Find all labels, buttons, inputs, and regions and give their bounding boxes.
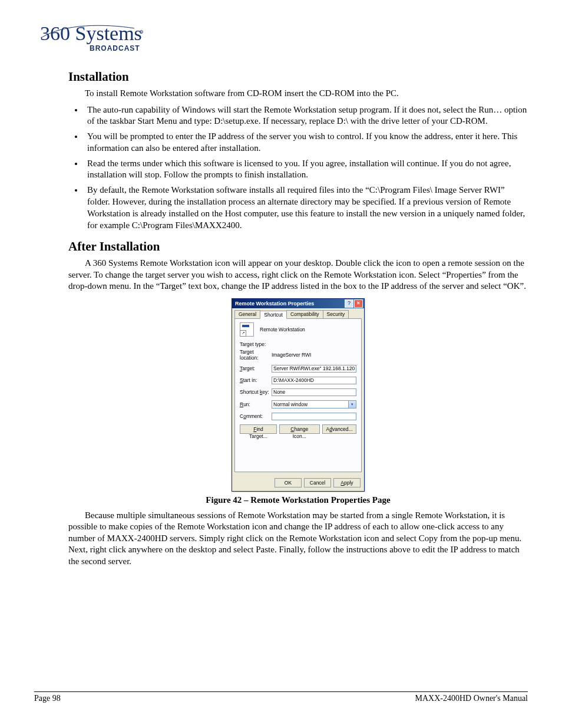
cancel-button[interactable]: Cancel bbox=[304, 478, 331, 487]
tab-compatibility[interactable]: Compatibility bbox=[286, 310, 323, 318]
target-label: Target: bbox=[240, 365, 272, 371]
shortcut-app-icon bbox=[240, 322, 254, 337]
page: 360 Systems R BROADCAST Installation To … bbox=[0, 0, 562, 728]
company-logo: 360 Systems R BROADCAST bbox=[40, 22, 528, 59]
footer-manual-title: MAXX-2400HD Owner's Manual bbox=[415, 694, 528, 703]
target-input[interactable] bbox=[272, 365, 356, 373]
bullet-item: The auto-run capability of Windows will … bbox=[84, 104, 528, 128]
apply-button[interactable]: Apply bbox=[333, 478, 361, 487]
after-installation-para-2: Because multiple simultaneous sessions o… bbox=[68, 510, 528, 568]
svg-text:BROADCAST: BROADCAST bbox=[90, 44, 140, 52]
section-heading-installation: Installation bbox=[68, 70, 528, 84]
section-heading-after-installation: After Installation bbox=[68, 239, 528, 254]
ok-button[interactable]: OK bbox=[275, 478, 302, 487]
startin-input[interactable] bbox=[272, 377, 356, 384]
run-label: Run: bbox=[240, 401, 272, 407]
dialog-titlebar: Remote Workstation Properties ? × bbox=[232, 299, 364, 308]
properties-dialog: Remote Workstation Properties ? × Genera… bbox=[232, 298, 365, 492]
run-select-value: Normal window bbox=[272, 401, 348, 408]
footer-page-number: Page 98 bbox=[34, 694, 61, 703]
figure-dialog-wrap: Remote Workstation Properties ? × Genera… bbox=[68, 298, 528, 492]
installation-intro: To install Remote Workstation software f… bbox=[68, 88, 528, 100]
shortcut-key-row: Shortcut key: bbox=[240, 388, 356, 396]
bullet-item: By default, the Remote Workstation softw… bbox=[84, 185, 528, 231]
advanced-button[interactable]: Advanced... bbox=[322, 424, 356, 434]
tab-general[interactable]: General bbox=[234, 310, 260, 318]
run-row: Run: Normal window ▾ bbox=[240, 400, 356, 409]
target-row: Target: bbox=[240, 365, 356, 373]
find-target-button[interactable]: Find Target... bbox=[240, 424, 277, 434]
shortcut-key-label: Shortcut key: bbox=[240, 389, 272, 395]
tab-security[interactable]: Security bbox=[323, 310, 349, 318]
target-location-row: Target location: ImageServer RWI bbox=[240, 349, 356, 361]
bottom-button-row: OK Cancel Apply bbox=[232, 475, 364, 491]
startin-row: Start in: bbox=[240, 377, 356, 384]
after-installation-para-1: A 360 Systems Remote Workstation icon wi… bbox=[68, 258, 528, 292]
shortcut-tab-panel: Remote Workstation Target type: Target l… bbox=[234, 318, 362, 472]
target-type-row: Target type: bbox=[240, 341, 356, 347]
content-area: Installation To install Remote Workstati… bbox=[68, 70, 528, 567]
shortcut-key-input[interactable] bbox=[272, 388, 356, 396]
comment-label: Comment: bbox=[240, 413, 272, 419]
target-location-value: ImageServer RWI bbox=[272, 352, 311, 358]
target-type-label: Target type: bbox=[240, 341, 272, 347]
figure-caption: Figure 42 – Remote Workstation Propertie… bbox=[68, 495, 528, 505]
svg-text:R: R bbox=[140, 31, 143, 34]
icon-row: Remote Workstation bbox=[240, 322, 356, 337]
help-icon[interactable]: ? bbox=[345, 299, 353, 308]
bullet-item: Read the terms under which this software… bbox=[84, 158, 528, 182]
page-footer: Page 98 MAXX-2400HD Owner's Manual bbox=[34, 691, 528, 703]
dialog-title: Remote Workstation Properties bbox=[235, 301, 314, 307]
target-location-label: Target location: bbox=[240, 349, 272, 361]
comment-row: Comment: bbox=[240, 413, 356, 420]
titlebar-buttons: ? × bbox=[345, 299, 363, 308]
comment-input[interactable] bbox=[272, 413, 356, 420]
run-select[interactable]: Normal window ▾ bbox=[272, 400, 356, 409]
mid-button-row: Find Target... Change Icon... Advanced..… bbox=[240, 424, 356, 434]
shortcut-name-label: Remote Workstation bbox=[260, 327, 305, 332]
close-icon[interactable]: × bbox=[354, 299, 363, 308]
tab-shortcut[interactable]: Shortcut bbox=[260, 311, 287, 319]
change-icon-button[interactable]: Change Icon... bbox=[279, 424, 320, 434]
installation-bullets: The auto-run capability of Windows will … bbox=[68, 104, 528, 232]
bullet-item: You will be prompted to enter the IP add… bbox=[84, 131, 528, 154]
chevron-down-icon: ▾ bbox=[348, 401, 356, 408]
tab-row: General Shortcut Compatibility Security bbox=[232, 308, 364, 318]
startin-label: Start in: bbox=[240, 377, 272, 383]
